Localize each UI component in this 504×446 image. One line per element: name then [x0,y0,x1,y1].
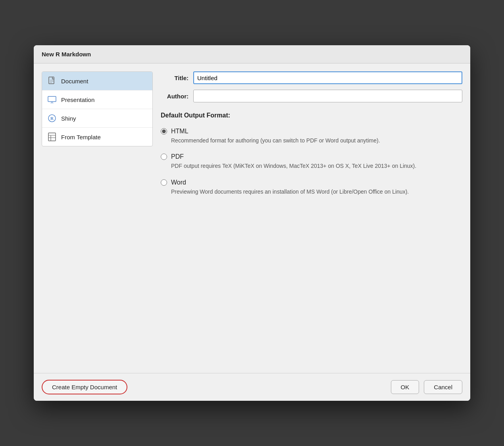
format-html-desc: Recommended format for authoring (you ca… [171,136,462,144]
author-row: Author: [161,90,462,102]
format-option-html: HTML Recommended format for authoring (y… [161,128,462,144]
svg-rect-4 [48,96,56,102]
format-radio-word[interactable] [161,179,167,186]
sidebar-item-shiny[interactable]: R Shiny [42,109,152,128]
cancel-button[interactable]: Cancel [424,380,462,394]
create-empty-button[interactable]: Create Empty Document [42,380,127,394]
template-icon [48,133,56,141]
sidebar-item-from-template[interactable]: From Template [42,128,152,146]
author-label: Author: [161,93,189,100]
title-input[interactable] [193,71,462,84]
document-icon [48,77,56,85]
sidebar-item-presentation[interactable]: Presentation [42,90,152,109]
format-option-pdf: PDF PDF output requires TeX (MiKTeX on W… [161,153,462,170]
content-area: Title: Author: Default Output Format: HT… [161,71,462,365]
svg-rect-9 [48,133,56,141]
format-html-label: HTML [171,128,189,135]
shiny-icon: R [48,114,56,123]
format-option-word: Word Previewing Word documents requires … [161,179,462,196]
format-radio-html[interactable] [161,128,167,135]
format-word-desc: Previewing Word documents requires an in… [171,188,462,196]
format-radio-pdf[interactable] [161,154,167,160]
author-input[interactable] [193,90,462,102]
default-format-heading: Default Output Format: [161,112,462,119]
sidebar-item-document[interactable]: Document [42,72,152,90]
sidebar: Document Presentation R [42,71,153,146]
sidebar-item-shiny-label: Shiny [61,115,76,122]
title-row: Title: [161,71,462,84]
svg-text:R: R [50,116,54,121]
footer-left: Create Empty Document [42,380,391,394]
sidebar-item-document-label: Document [61,78,88,85]
presentation-icon [48,95,56,104]
sidebar-item-from-template-label: From Template [61,134,101,140]
format-pdf-label: PDF [171,153,184,160]
dialog-title: New R Markdown [34,45,470,63]
sidebar-item-presentation-label: Presentation [61,96,94,103]
new-rmarkdown-dialog: New R Markdown Document [34,45,470,401]
dialog-footer: Create Empty Document OK Cancel [34,373,470,401]
format-word-label: Word [171,179,186,186]
footer-right: OK Cancel [391,380,462,394]
title-label: Title: [161,75,189,81]
format-pdf-desc: PDF output requires TeX (MiKTeX on Windo… [171,162,462,170]
ok-button[interactable]: OK [391,380,419,394]
dialog-body: Document Presentation R [34,63,470,373]
